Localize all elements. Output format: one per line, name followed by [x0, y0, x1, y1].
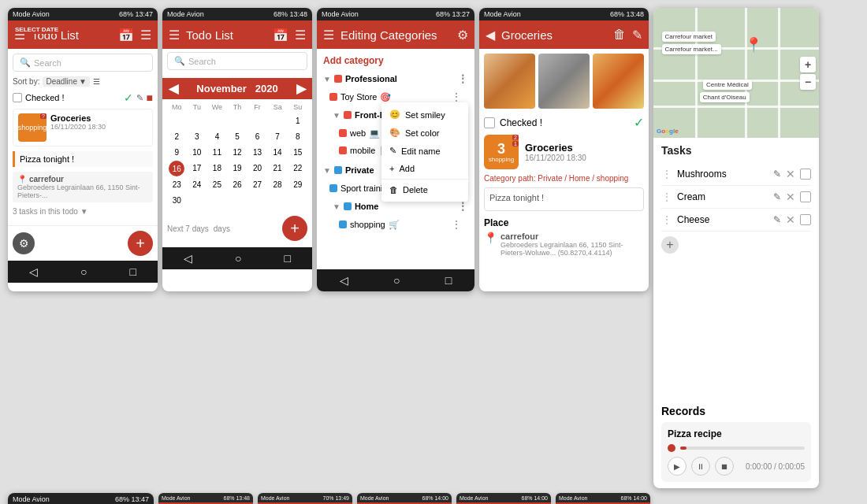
nav-back-2[interactable]: ◁: [184, 252, 192, 265]
search-bar-2[interactable]: 🔍 Search: [167, 52, 307, 70]
drag-handle-mushrooms[interactable]: ⋮: [661, 168, 672, 180]
mini-status-edit: Mode Avion 68% 14:00: [357, 493, 452, 502]
cal-cell-28[interactable]: 28: [268, 177, 288, 192]
pause-button[interactable]: ⏸: [691, 457, 710, 476]
drag-handle-cheese[interactable]: ⋮: [661, 213, 672, 226]
nav-recent-2[interactable]: □: [285, 252, 291, 265]
add-button[interactable]: +: [128, 231, 153, 256]
list-icon-2[interactable]: ☰: [295, 28, 306, 43]
todo-item-pizza[interactable]: Pizza tonight !: [13, 151, 153, 167]
menu-icon-2[interactable]: ☰: [169, 28, 180, 43]
search-bar-1[interactable]: 🔍 Search: [13, 54, 153, 72]
add-task-button[interactable]: +: [661, 232, 811, 258]
cal-cell-21[interactable]: 21: [268, 161, 288, 176]
cat-emoji-web: 💻: [369, 128, 380, 139]
nav-recent-1[interactable]: □: [130, 265, 136, 278]
cal-cell-2[interactable]: 2: [167, 129, 187, 144]
sort-options-icon[interactable]: ☰: [93, 77, 100, 86]
edit-task-mushrooms[interactable]: ✎: [773, 169, 781, 180]
cat-menu-shopping[interactable]: ⋮: [451, 218, 462, 231]
delete-task-mushrooms[interactable]: ✕: [786, 168, 795, 180]
cal-cell-3[interactable]: 3: [188, 129, 207, 144]
calendar-icon-2[interactable]: 📅: [273, 28, 288, 43]
back-icon-4[interactable]: ◀: [486, 28, 495, 43]
edit-icon[interactable]: ✎: [136, 93, 143, 103]
cal-cell-7[interactable]: 7: [268, 129, 288, 144]
task-check-cream[interactable]: [800, 191, 811, 202]
cal-cell-13[interactable]: 13: [247, 145, 267, 160]
cal-cell-10[interactable]: 10: [188, 145, 207, 160]
cal-cell-8[interactable]: 8: [288, 129, 307, 144]
list-icon-1[interactable]: ☰: [140, 28, 151, 43]
cal-cell-14[interactable]: 14: [268, 145, 288, 160]
settings-button[interactable]: ⚙: [13, 232, 35, 254]
task-check-mushrooms[interactable]: [800, 169, 811, 180]
context-menu-delete[interactable]: 🗑 Delete: [381, 181, 468, 198]
drag-handle-cream[interactable]: ⋮: [661, 191, 672, 203]
cal-cell-23[interactable]: 23: [167, 177, 187, 192]
task-check-cheese[interactable]: [800, 214, 811, 225]
note-box[interactable]: Pizza tonight !: [484, 187, 644, 211]
menu-icon-3[interactable]: ☰: [323, 28, 334, 43]
edit-task-cheese[interactable]: ✎: [773, 214, 781, 225]
context-menu-edit[interactable]: ✎ Edit name: [381, 142, 468, 160]
cal-cell-27[interactable]: 27: [247, 177, 267, 192]
cal-cell-18[interactable]: 18: [207, 161, 227, 176]
cal-cell-5[interactable]: 5: [228, 129, 247, 144]
checked-checkbox[interactable]: [13, 93, 22, 102]
delete-icon-4[interactable]: 🗑: [613, 28, 626, 42]
edit-icon-4[interactable]: ✎: [632, 28, 642, 43]
delete-icon[interactable]: ■: [147, 91, 153, 104]
cal-cell-29[interactable]: 29: [288, 177, 307, 192]
add-button-2[interactable]: +: [282, 216, 307, 241]
cal-next-arrow[interactable]: ▶: [296, 81, 306, 96]
cat-menu-home[interactable]: ⋮: [457, 200, 468, 213]
cal-cell-4[interactable]: 4: [207, 129, 227, 144]
edit-task-cream[interactable]: ✎: [773, 191, 781, 202]
nav-recent-3[interactable]: □: [445, 274, 452, 287]
delete-task-cheese[interactable]: ✕: [786, 213, 795, 226]
nav-home-3[interactable]: ○: [393, 274, 400, 287]
record-title: Pizza recipe: [668, 428, 805, 439]
map-zoom-in[interactable]: +: [800, 57, 816, 72]
cal-cell-6[interactable]: 6: [247, 129, 267, 144]
play-button[interactable]: ▶: [668, 457, 687, 476]
sort-value[interactable]: Deadline ▼: [43, 76, 89, 87]
grocery-checkbox[interactable]: [484, 117, 495, 128]
cal-prev-arrow[interactable]: ◀: [169, 81, 178, 96]
nav-home-2[interactable]: ○: [235, 252, 241, 265]
cal-cell-30[interactable]: 30: [167, 193, 187, 208]
todo-item-carrefour[interactable]: 📍 carrefour Gebroeders Legrainlaan 66, 1…: [13, 172, 153, 202]
context-menu-add[interactable]: + Add: [381, 160, 468, 177]
cal-cell-26[interactable]: 26: [228, 177, 247, 192]
cat-menu-toystore[interactable]: ⋮: [451, 91, 462, 103]
cal-cell-1[interactable]: 1: [288, 113, 307, 128]
delete-task-cream[interactable]: ✕: [786, 191, 795, 203]
calendar-icon-1[interactable]: 📅: [118, 28, 134, 43]
cal-cell-17[interactable]: 17: [188, 161, 207, 176]
cal-cell-22[interactable]: 22: [288, 161, 307, 176]
cal-cell-25[interactable]: 25: [207, 177, 227, 192]
cal-cell-24[interactable]: 24: [188, 177, 207, 192]
cal-cell-20[interactable]: 20: [247, 161, 267, 176]
todo-item-groceries[interactable]: ? shopping Groceries 16/11/2020 18:30: [13, 109, 153, 146]
nav-home-1[interactable]: ○: [80, 265, 87, 278]
nav-back-1[interactable]: ◁: [29, 265, 38, 278]
cat-group-professional-header[interactable]: ▼ Professional ⋮: [320, 69, 471, 88]
cal-cell-15[interactable]: 15: [288, 145, 307, 160]
map-zoom-out[interactable]: −: [800, 74, 816, 90]
cat-item-shopping[interactable]: shopping 🛒 ⋮: [320, 216, 471, 233]
cal-cell-12[interactable]: 12: [228, 145, 247, 160]
gear-icon-3[interactable]: ⚙: [457, 28, 468, 43]
record-card: Pizza recipe ▶ ⏸ ⏹ 0:00:00 / 0:00:05: [661, 422, 811, 482]
cal-cell-today[interactable]: 16: [169, 161, 184, 176]
cal-cell-11[interactable]: 11: [207, 145, 227, 160]
nav-back-3[interactable]: ◁: [340, 274, 348, 287]
cat-menu-professional[interactable]: ⋮: [457, 72, 468, 85]
context-menu-smiley[interactable]: 😊 Set smiley: [381, 106, 468, 124]
context-menu-color[interactable]: 🎨 Set color: [381, 124, 468, 142]
cal-cell-19[interactable]: 19: [228, 161, 247, 176]
tasks-expand-icon[interactable]: ▼: [80, 207, 88, 216]
stop-button[interactable]: ⏹: [715, 457, 734, 476]
cal-cell-9[interactable]: 9: [167, 145, 187, 160]
